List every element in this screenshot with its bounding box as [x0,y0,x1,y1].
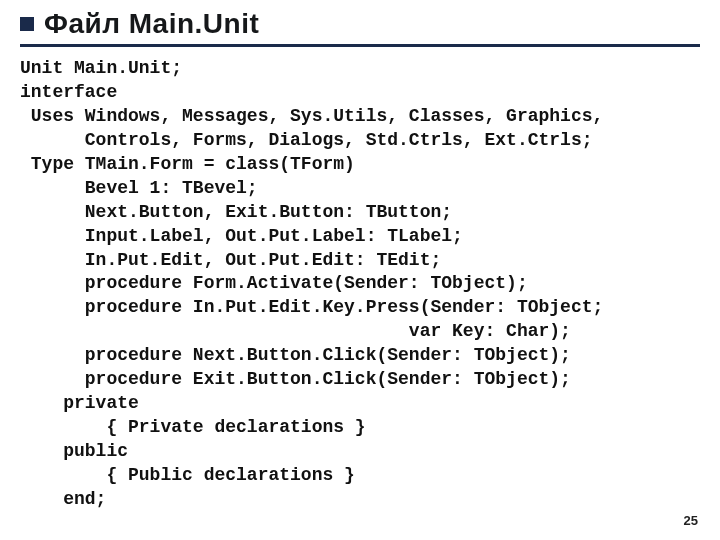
code-line: { Private declarations } [20,417,366,437]
page-number: 25 [684,513,698,528]
code-line: var Key: Char); [20,321,571,341]
code-line: In.Put.Edit, Out.Put.Edit: TEdit; [20,250,441,270]
code-line: procedure In.Put.Edit.Key.Press(Sender: … [20,297,603,317]
code-line: Next.Button, Exit.Button: TButton; [20,202,452,222]
title-row: Файл Main.Unit [20,8,700,40]
code-line: Unit Main.Unit; [20,58,182,78]
code-line: interface [20,82,117,102]
code-line: procedure Form.Activate(Sender: TObject)… [20,273,528,293]
page-title: Файл Main.Unit [44,8,259,40]
title-bullet-icon [20,17,34,31]
code-block: Unit Main.Unit; interface Uses Windows, … [20,57,700,512]
code-line: Input.Label, Out.Put.Label: TLabel; [20,226,463,246]
code-line: Controls, Forms, Dialogs, Std.Ctrls, Ext… [20,130,593,150]
code-line: Type TMain.Form = class(TForm) [20,154,355,174]
slide-page: Файл Main.Unit Unit Main.Unit; interface… [0,0,720,512]
code-line: { Public declarations } [20,465,355,485]
code-line: end; [20,489,106,509]
code-line: procedure Next.Button.Click(Sender: TObj… [20,345,571,365]
code-line: procedure Exit.Button.Click(Sender: TObj… [20,369,571,389]
code-line: public [20,441,128,461]
code-line: Uses Windows, Messages, Sys.Utils, Class… [20,106,603,126]
title-underline [20,44,700,47]
code-line: Bevel 1: TBevel; [20,178,258,198]
code-line: private [20,393,139,413]
